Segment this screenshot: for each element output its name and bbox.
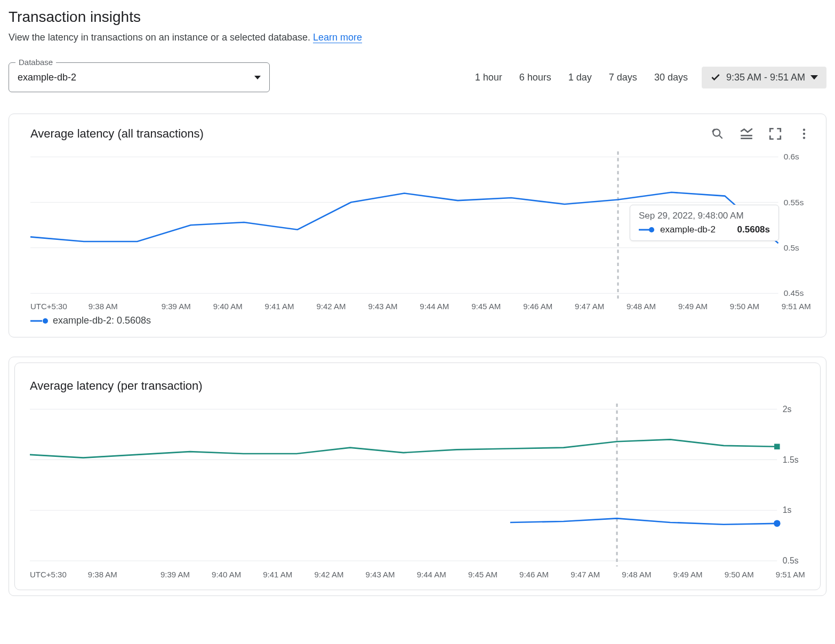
x-tick-label: 9:50 AM [725, 570, 754, 579]
learn-more-link[interactable]: Learn more [313, 32, 362, 43]
more-vert-icon[interactable] [797, 127, 811, 141]
chart-legend: example-db-2: 0.5608s [30, 315, 811, 326]
svg-text:1s: 1s [783, 506, 792, 515]
svg-text:0.55s: 0.55s [784, 198, 804, 207]
svg-text:0.5s: 0.5s [783, 557, 799, 566]
chart-card-avg-latency-per: Average latency (per transaction) 2s1.5s… [9, 357, 826, 596]
time-range-1d[interactable]: 1 day [565, 67, 595, 88]
x-tick-label: 9:44 AM [420, 302, 449, 311]
x-tick-label: 9:47 AM [571, 570, 600, 579]
x-tick-label: 9:41 AM [263, 570, 292, 579]
x-tick-label: 9:38 AM [89, 302, 118, 311]
chart-title: Average latency (per transaction) [30, 379, 203, 393]
check-icon [710, 72, 721, 83]
time-range-custom[interactable]: 9:35 AM - 9:51 AM [702, 67, 826, 88]
x-tick-label: 9:42 AM [316, 302, 346, 311]
time-range-selector: 1 hour 6 hours 1 day 7 days 30 days 9:35… [472, 67, 826, 88]
chevron-down-icon [254, 76, 261, 79]
x-tick-label: 9:44 AM [417, 570, 446, 579]
svg-point-17 [649, 227, 654, 232]
x-tick-label: 9:48 AM [627, 302, 656, 311]
chart-tooltip: Sep 29, 2022, 9:48:00 AM example-db-2 0.… [630, 205, 779, 241]
x-tick-label: 9:51 AM [776, 570, 805, 579]
x-tick-label: 9:43 AM [366, 570, 395, 579]
chart-card-avg-latency-all: Average latency (all transactions) 0.6s0… [9, 114, 826, 337]
chart-title: Average latency (all transactions) [30, 127, 204, 141]
x-tick-label: 9:43 AM [368, 302, 397, 311]
svg-text:0.45s: 0.45s [784, 288, 804, 297]
database-select-label: Database [15, 58, 56, 67]
legend-toggle-icon[interactable] [740, 127, 753, 141]
series-swatch-icon [639, 227, 655, 233]
svg-text:2s: 2s [783, 405, 792, 414]
series-swatch-icon [30, 318, 49, 324]
chart-plot-area[interactable]: 2s1.5s1s0.5s [30, 404, 805, 567]
fullscreen-icon[interactable] [768, 127, 782, 141]
x-tick-label: 9:50 AM [730, 302, 759, 311]
svg-point-30 [774, 520, 781, 527]
x-tick-label: 9:39 AM [160, 570, 190, 579]
database-select-value: example-db-2 [18, 72, 254, 83]
x-tick-label: 9:46 AM [523, 302, 552, 311]
x-tick-label: 9:40 AM [212, 570, 241, 579]
svg-point-19 [43, 318, 48, 324]
page-subtitle: View the latency in transactions on an i… [9, 32, 826, 43]
svg-point-5 [803, 133, 805, 135]
x-tick-label: 9:38 AM [88, 570, 117, 579]
time-range-6h[interactable]: 6 hours [516, 67, 555, 88]
timezone-label: UTC+5:30 [30, 302, 67, 311]
x-tick-label: 9:51 AM [782, 302, 811, 311]
page-title: Transaction insights [9, 9, 826, 26]
x-tick-label: 9:48 AM [622, 570, 651, 579]
svg-rect-29 [774, 444, 780, 450]
zoom-reset-icon[interactable] [711, 127, 725, 141]
x-tick-label: 9:45 AM [471, 302, 501, 311]
svg-point-4 [803, 128, 805, 131]
time-range-7d[interactable]: 7 days [606, 67, 640, 88]
svg-point-6 [803, 136, 805, 139]
line-chart: 2s1.5s1s0.5s [30, 404, 805, 567]
x-tick-label: 9:41 AM [265, 302, 294, 311]
svg-text:0.5s: 0.5s [784, 243, 799, 252]
svg-text:0.6s: 0.6s [784, 152, 799, 161]
x-tick-label: 9:46 AM [519, 570, 549, 579]
x-tick-label: 9:39 AM [162, 302, 191, 311]
x-tick-label: 9:42 AM [314, 570, 343, 579]
chart-plot-area[interactable]: 0.6s0.55s0.5s0.45s Sep 29, 2022, 9:48:00… [30, 151, 811, 299]
database-select[interactable]: Database example-db-2 [9, 62, 270, 92]
time-range-30d[interactable]: 30 days [651, 67, 691, 88]
time-range-1h[interactable]: 1 hour [472, 67, 505, 88]
x-tick-label: 9:47 AM [575, 302, 604, 311]
x-tick-label: 9:45 AM [468, 570, 497, 579]
x-tick-label: 9:49 AM [678, 302, 708, 311]
svg-text:1.5s: 1.5s [783, 455, 799, 464]
timezone-label: UTC+5:30 [30, 570, 67, 579]
x-tick-label: 9:40 AM [213, 302, 243, 311]
chevron-down-icon [810, 75, 818, 79]
svg-line-1 [719, 135, 722, 138]
x-tick-label: 9:49 AM [673, 570, 703, 579]
